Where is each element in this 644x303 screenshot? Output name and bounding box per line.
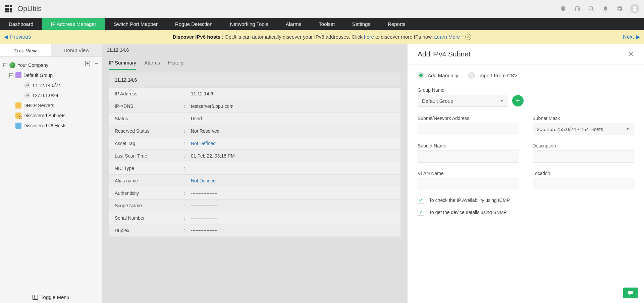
field-location: Location — [533, 171, 634, 190]
subnet-mask-label: Subnet Mask — [533, 116, 634, 121]
mode-radio-group: Add Manually Import From CSV — [418, 72, 634, 79]
banner-link-learn[interactable]: Learn More — [434, 34, 460, 40]
detail-label: Status — [109, 116, 184, 121]
globe-icon — [9, 62, 15, 68]
detail-value[interactable]: Not Defined — [191, 141, 400, 146]
vlan-name-input[interactable] — [418, 178, 519, 190]
checkbox-snmp-label: To get the device details using SNMP — [429, 210, 507, 215]
banner-link-here[interactable]: here — [364, 34, 374, 40]
detail-label: NIC Type — [109, 166, 184, 171]
previous-button[interactable]: ◀ Previous — [0, 34, 31, 40]
detail-row: NIC Type: — [109, 162, 400, 174]
nav-item-toolset[interactable]: Toolset — [310, 18, 343, 30]
separator: : — [184, 203, 191, 208]
field-description: Description — [533, 143, 634, 163]
detail-row: Duplex:----------------- — [109, 224, 400, 236]
nav-item-rogue-detection[interactable]: Rogue Detection — [166, 18, 221, 30]
chat-float-button[interactable] — [623, 288, 638, 298]
bell-icon[interactable] — [602, 5, 609, 12]
view-tabs: Tree View Donut View — [0, 44, 102, 56]
detail-label: IP->DNS — [109, 103, 184, 109]
close-icon[interactable]: ✕ — [628, 50, 634, 58]
tab-donut-view[interactable]: Donut View — [51, 44, 102, 56]
nav-item-alarms[interactable]: Alarms — [277, 18, 310, 30]
subnet-address-input[interactable] — [418, 123, 519, 135]
tree-collapse-button[interactable]: – — [94, 60, 99, 66]
separator: : — [184, 116, 191, 121]
location-label: Location — [533, 171, 634, 176]
toggle-menu-label: Toggle Menu — [41, 294, 69, 300]
chevron-left-icon: ◀ — [4, 34, 8, 40]
field-subnet-name: Subnet Name — [418, 143, 519, 163]
tree-row-subnet-2[interactable]: v4 127.0.1.0/24 — [1, 90, 101, 100]
collapse-icon[interactable]: – — [3, 63, 7, 67]
subnet-name-input[interactable] — [418, 150, 519, 163]
detail-label: Last Scan Time — [109, 153, 184, 159]
group-name-label: Group Name — [418, 87, 634, 93]
next-button[interactable]: Next ▶ — [623, 34, 644, 40]
checkbox-icmp[interactable] — [418, 197, 424, 204]
tree-add-button[interactable]: [+] — [84, 60, 92, 66]
detail-label: IP Address — [109, 91, 184, 96]
nav-item-networking-tools[interactable]: Networking Tools — [221, 18, 277, 30]
nav-more-icon[interactable]: ⋮ — [630, 18, 644, 30]
subnet-mask-select[interactable]: 255.255.255.0/24 - 254 Hosts ▼ — [533, 123, 634, 135]
nav-item-dashboard[interactable]: Dashboard — [0, 18, 42, 30]
detail-label: Alias name — [109, 178, 184, 183]
checkbox-snmp[interactable] — [418, 209, 424, 216]
location-input[interactable] — [533, 178, 634, 190]
headset-icon[interactable] — [574, 5, 581, 12]
radio-dot-icon — [418, 72, 424, 79]
tree-label-subnet1: 11.12.14.0/24 — [32, 83, 61, 88]
banner-seg2: to discover more IPs now. — [375, 34, 433, 40]
navbar: DashboardIP Address ManagerSwitch Port M… — [0, 18, 644, 30]
detail-row: Status:Used — [109, 112, 400, 125]
rocket-icon[interactable] — [559, 5, 567, 12]
nav-item-switch-port-mapper[interactable]: Switch Port Mapper — [105, 18, 166, 30]
radio-add-manually[interactable]: Add Manually — [418, 72, 458, 79]
tree-row-subnet-1[interactable]: v4 11.12.14.0/24 — [1, 80, 101, 90]
detail-label: Reserved Status — [109, 128, 184, 134]
separator: : — [184, 178, 191, 183]
nav-item-ip-address-manager[interactable]: IP Address Manager — [42, 18, 105, 30]
tree-row-dhcp[interactable]: DHCP Servers — [1, 100, 101, 111]
detail-row: IP->DNS:testserver6.opu.com — [109, 100, 400, 112]
center-tabs: IP Summary Alarms History — [102, 56, 407, 70]
banner-seg1: : OpUtils can automatically discover you… — [222, 34, 362, 40]
add-group-button[interactable]: + — [512, 95, 524, 106]
detail-row: Authenticity:----------------- — [109, 187, 400, 199]
tree-row-default-group[interactable]: – Default Group — [1, 70, 101, 80]
tab-history[interactable]: History — [168, 56, 184, 70]
description-input[interactable] — [533, 150, 634, 163]
toggle-menu-button[interactable]: Toggle Menu — [0, 291, 102, 303]
nav-item-settings[interactable]: Settings — [343, 18, 379, 30]
tab-ip-summary[interactable]: IP Summary — [109, 56, 136, 70]
separator: : — [184, 153, 191, 159]
v4-badge-icon: v4 — [24, 82, 30, 88]
detail-row: Alias name:Not Defined — [109, 174, 400, 187]
gear-icon[interactable] — [616, 5, 623, 12]
search-icon[interactable] — [588, 5, 595, 12]
tree-row-discovered-v6[interactable]: Discovered v6 Hosts — [1, 121, 101, 131]
description-label: Description — [533, 143, 634, 148]
user-avatar-icon[interactable] — [630, 4, 639, 13]
collapse-icon[interactable]: – — [9, 73, 13, 77]
banner-close-icon[interactable]: ✕ — [465, 34, 471, 40]
group-name-select[interactable]: Default Group ▼ — [418, 95, 508, 107]
detail-value[interactable]: Not Defined — [191, 178, 400, 183]
detail-label: Serial Number — [109, 215, 184, 221]
tab-tree-view[interactable]: Tree View — [0, 44, 51, 56]
tree-row-discovered-subnets[interactable]: Discovered Subnets — [1, 111, 101, 121]
detail-row: Asset Tag:Not Defined — [109, 137, 400, 149]
detail-row: Scope Name:----------------- — [109, 199, 400, 212]
separator: : — [184, 228, 191, 233]
tab-alarms[interactable]: Alarms — [144, 56, 160, 70]
folder-icon — [15, 72, 21, 78]
previous-label: Previous — [10, 34, 31, 40]
detail-value: ----------------- — [191, 228, 400, 233]
subnet-name-label: Subnet Name — [418, 143, 519, 148]
radio-import-csv[interactable]: Import From CSV — [468, 72, 518, 79]
separator: : — [184, 166, 191, 171]
nav-item-reports[interactable]: Reports — [379, 18, 414, 30]
apps-grid-icon[interactable] — [5, 5, 12, 12]
